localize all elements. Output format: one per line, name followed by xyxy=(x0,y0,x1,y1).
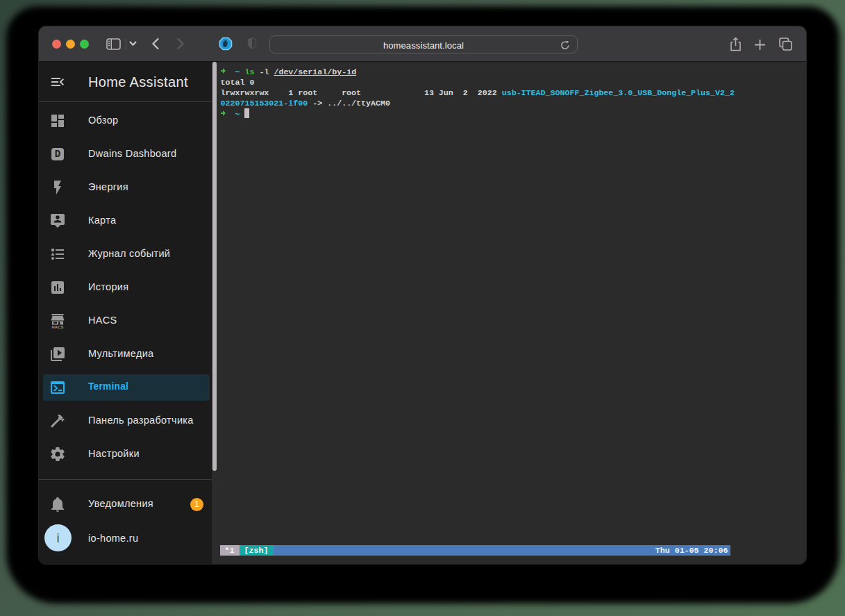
svg-text:HACS: HACS xyxy=(51,325,63,329)
